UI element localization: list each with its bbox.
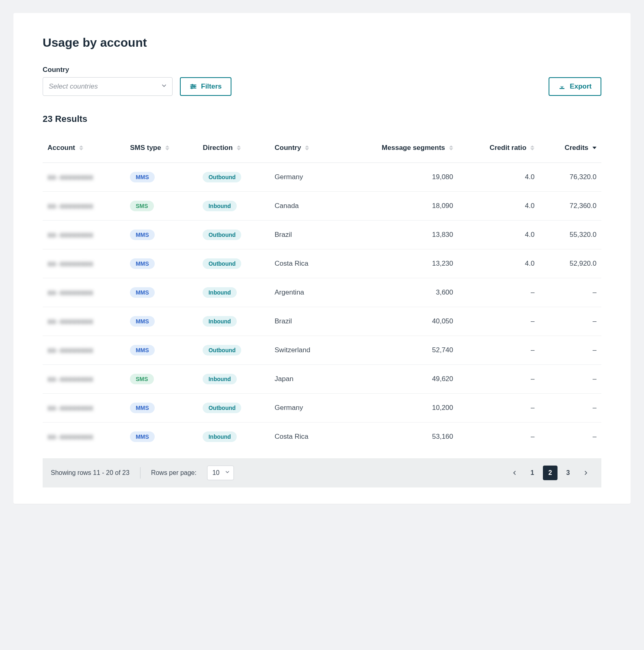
- svg-point-3: [192, 84, 193, 86]
- export-button[interactable]: Export: [549, 77, 601, 96]
- sms-type-badge: MMS: [130, 431, 155, 442]
- table-row: xx-xxxxxxxxMMSOutboundBrazil13,8304.055,…: [43, 221, 601, 249]
- page-prev[interactable]: [507, 466, 522, 480]
- page-next[interactable]: [579, 466, 593, 480]
- table-body: xx-xxxxxxxxMMSOutboundGermany19,0804.076…: [43, 163, 601, 451]
- cell-segments: 40,050: [337, 307, 458, 336]
- cell-country: Switzerland: [270, 336, 337, 365]
- cell-account: xx-xxxxxxxx: [43, 221, 125, 249]
- col-segments[interactable]: Message segments: [337, 136, 458, 163]
- cell-ratio: –: [458, 365, 539, 394]
- col-sms_type[interactable]: SMS type: [125, 136, 198, 163]
- sms-type-badge: MMS: [130, 230, 155, 240]
- controls-row: Country Select countries Filters Export: [43, 66, 601, 96]
- country-placeholder: Select countries: [49, 82, 98, 91]
- cell-ratio: 4.0: [458, 163, 539, 192]
- sort-icon: [165, 145, 169, 150]
- cell-sms-type: MMS: [125, 336, 198, 365]
- col-direction[interactable]: Direction: [198, 136, 270, 163]
- cell-direction: Inbound: [198, 278, 270, 307]
- cell-ratio: –: [458, 336, 539, 365]
- cell-segments: 49,620: [337, 365, 458, 394]
- sort-icon: [237, 145, 241, 150]
- cell-segments: 10,200: [337, 394, 458, 422]
- direction-badge: Outbound: [203, 345, 241, 355]
- chevron-down-icon: [225, 469, 230, 477]
- page-3[interactable]: 3: [561, 466, 575, 480]
- cell-credits: 72,360.0: [539, 192, 601, 221]
- cell-sms-type: MMS: [125, 394, 198, 422]
- showing-text: Showing rows 11 - 20 of 23: [51, 469, 130, 477]
- sms-type-badge: MMS: [130, 258, 155, 269]
- cell-direction: Inbound: [198, 307, 270, 336]
- cell-country: Germany: [270, 163, 337, 192]
- cell-segments: 18,090: [337, 192, 458, 221]
- svg-point-5: [191, 87, 192, 89]
- cell-country: Brazil: [270, 221, 337, 249]
- direction-badge: Inbound: [203, 287, 236, 298]
- sort-icon: [449, 145, 453, 150]
- cell-sms-type: SMS: [125, 365, 198, 394]
- country-filter-group: Country Select countries: [43, 66, 173, 96]
- table-header: AccountSMS typeDirectionCountryMessage s…: [43, 136, 601, 163]
- cell-credits: –: [539, 307, 601, 336]
- col-credits[interactable]: Credits: [539, 136, 601, 163]
- sms-type-badge: MMS: [130, 287, 155, 298]
- col-ratio[interactable]: Credit ratio: [458, 136, 539, 163]
- col-country[interactable]: Country: [270, 136, 337, 163]
- sms-type-badge: MMS: [130, 403, 155, 413]
- usage-table: AccountSMS typeDirectionCountryMessage s…: [43, 136, 601, 451]
- col-label: Message segments: [382, 144, 445, 152]
- cell-account: xx-xxxxxxxx: [43, 307, 125, 336]
- cell-direction: Outbound: [198, 336, 270, 365]
- country-select[interactable]: Select countries: [43, 77, 173, 96]
- col-label: Credit ratio: [490, 144, 527, 152]
- direction-badge: Inbound: [203, 316, 236, 327]
- sort-icon: [79, 145, 83, 150]
- sms-type-badge: MMS: [130, 316, 155, 327]
- divider: [140, 467, 140, 479]
- col-account[interactable]: Account: [43, 136, 125, 163]
- cell-account: xx-xxxxxxxx: [43, 394, 125, 422]
- table-row: xx-xxxxxxxxSMSInboundJapan49,620––: [43, 365, 601, 394]
- table-row: xx-xxxxxxxxMMSOutboundGermany10,200––: [43, 394, 601, 422]
- cell-account: xx-xxxxxxxx: [43, 422, 125, 451]
- sort-icon: [305, 145, 309, 150]
- cell-country: Argentina: [270, 278, 337, 307]
- rows-per-page-select[interactable]: 10: [207, 466, 234, 480]
- cell-country: Japan: [270, 365, 337, 394]
- col-label: Direction: [203, 144, 233, 152]
- page-1[interactable]: 1: [525, 466, 540, 480]
- table-row: xx-xxxxxxxxMMSInboundBrazil40,050––: [43, 307, 601, 336]
- filters-button[interactable]: Filters: [180, 77, 231, 96]
- cell-credits: 55,320.0: [539, 221, 601, 249]
- cell-sms-type: SMS: [125, 192, 198, 221]
- cell-country: Costa Rica: [270, 422, 337, 451]
- cell-ratio: 4.0: [458, 221, 539, 249]
- cell-ratio: 4.0: [458, 249, 539, 278]
- rows-per-page-value: 10: [212, 469, 220, 477]
- col-label: Account: [48, 144, 75, 152]
- cell-direction: Inbound: [198, 422, 270, 451]
- cell-segments: 13,230: [337, 249, 458, 278]
- sort-icon: [592, 147, 596, 149]
- cell-direction: Inbound: [198, 365, 270, 394]
- table-row: xx-xxxxxxxxMMSOutboundCosta Rica13,2304.…: [43, 249, 601, 278]
- cell-segments: 53,160: [337, 422, 458, 451]
- sms-type-badge: MMS: [130, 345, 155, 355]
- cell-sms-type: MMS: [125, 163, 198, 192]
- sliders-icon: [190, 83, 197, 90]
- cell-country: Costa Rica: [270, 249, 337, 278]
- table-row: xx-xxxxxxxxSMSInboundCanada18,0904.072,3…: [43, 192, 601, 221]
- cell-ratio: –: [458, 307, 539, 336]
- cell-account: xx-xxxxxxxx: [43, 365, 125, 394]
- pager: 123: [507, 466, 593, 480]
- page-2[interactable]: 2: [543, 466, 558, 480]
- cell-sms-type: MMS: [125, 307, 198, 336]
- cell-account: xx-xxxxxxxx: [43, 249, 125, 278]
- cell-segments: 52,740: [337, 336, 458, 365]
- cell-account: xx-xxxxxxxx: [43, 192, 125, 221]
- results-count: 23 Results: [43, 114, 601, 124]
- direction-badge: Inbound: [203, 431, 236, 442]
- filters-button-label: Filters: [201, 82, 222, 91]
